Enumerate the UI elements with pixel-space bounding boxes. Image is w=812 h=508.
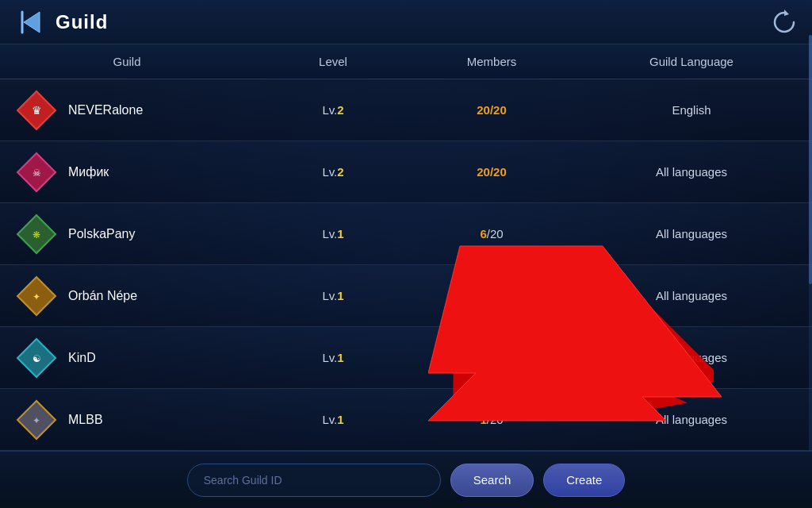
col-language: Guild Language (571, 55, 812, 68)
guild-level: Lv.1 (254, 227, 412, 241)
search-button[interactable]: Search (450, 464, 534, 497)
guild-badge: ❋ (16, 214, 57, 255)
page-title: Guild (56, 11, 108, 33)
guild-language: All languages (571, 289, 812, 302)
guild-table: Guild Level Members Guild Language ♛ NEV… (0, 44, 812, 451)
table-row[interactable]: ✦ Orbán Népe Lv.1 1/20 All languages (0, 265, 812, 327)
guild-badge: ✦ (16, 399, 57, 441)
svg-text:♛: ♛ (32, 104, 42, 117)
guild-name: Orbán Népe (68, 289, 137, 303)
guild-badge: ♛ (16, 90, 57, 131)
table-row[interactable]: ✦ MLBB Lv.1 1/20 All languages (0, 389, 812, 451)
refresh-button[interactable] (769, 7, 799, 37)
guild-language: All languages (571, 351, 812, 364)
guild-list: ♛ NEVERalone Lv.2 20/20 English ☠ Мифи (0, 79, 812, 451)
guild-badge: ☠ (16, 152, 57, 193)
guild-name: Мифик (68, 165, 109, 179)
table-row[interactable]: ❋ PolskaPany Lv.1 6/20 All languages (0, 203, 812, 265)
svg-text:☠: ☠ (33, 167, 41, 179)
guild-name: KinD (68, 351, 96, 365)
guild-members: 1/20 (412, 289, 571, 302)
svg-text:❋: ❋ (33, 229, 40, 241)
col-guild: Guild (0, 55, 254, 68)
guild-language: All languages (571, 227, 812, 241)
guild-level: Lv.2 (254, 103, 412, 117)
guild-members: 20/20 (412, 165, 571, 179)
svg-marker-0 (24, 12, 40, 33)
guild-name: MLBB (68, 413, 103, 427)
guild-badge: ☯ (16, 337, 57, 379)
guild-level: Lv.2 (254, 165, 412, 179)
footer: Search Create (0, 451, 812, 508)
svg-text:✦: ✦ (33, 291, 40, 302)
table-row[interactable]: ☯ KinD Lv.1 3/20 All languages (0, 327, 812, 389)
svg-text:✦: ✦ (33, 415, 40, 426)
guild-level: Lv.1 (254, 351, 412, 364)
guild-name-cell: ✦ MLBB (0, 399, 254, 441)
table-header: Guild Level Members Guild Language (0, 44, 812, 79)
guild-language: English (571, 103, 812, 117)
svg-marker-2 (784, 10, 789, 16)
svg-text:☯: ☯ (33, 353, 41, 364)
guild-members: 20/20 (412, 103, 571, 117)
guild-level: Lv.1 (254, 413, 412, 426)
guild-language: All languages (571, 413, 812, 426)
guild-badge: ✦ (16, 275, 57, 317)
guild-name-cell: ✦ Orbán Népe (0, 275, 254, 317)
back-icon[interactable] (16, 7, 46, 37)
guild-level: Lv.1 (254, 289, 412, 302)
header: Guild (0, 0, 812, 44)
guild-name: NEVERalone (68, 103, 143, 117)
search-input[interactable] (187, 464, 441, 497)
guild-name-cell: ☯ KinD (0, 337, 254, 379)
table-row[interactable]: ♛ NEVERalone Lv.2 20/20 English (0, 79, 812, 141)
guild-name-cell: ♛ NEVERalone (0, 90, 254, 131)
col-members: Members (412, 55, 571, 68)
guild-name: PolskaPany (68, 227, 136, 241)
table-row[interactable]: ☠ Мифик Lv.2 20/20 All languages (0, 141, 812, 203)
scroll-thumb (809, 35, 812, 284)
col-level: Level (254, 55, 412, 68)
guild-members: 3/20 (412, 351, 571, 364)
guild-language: All languages (571, 165, 812, 179)
guild-name-cell: ☠ Мифик (0, 152, 254, 193)
scrollbar[interactable] (809, 35, 812, 451)
guild-name-cell: ❋ PolskaPany (0, 214, 254, 255)
guild-members: 6/20 (412, 227, 571, 241)
create-button[interactable]: Create (543, 464, 625, 497)
guild-members: 1/20 (412, 413, 571, 426)
